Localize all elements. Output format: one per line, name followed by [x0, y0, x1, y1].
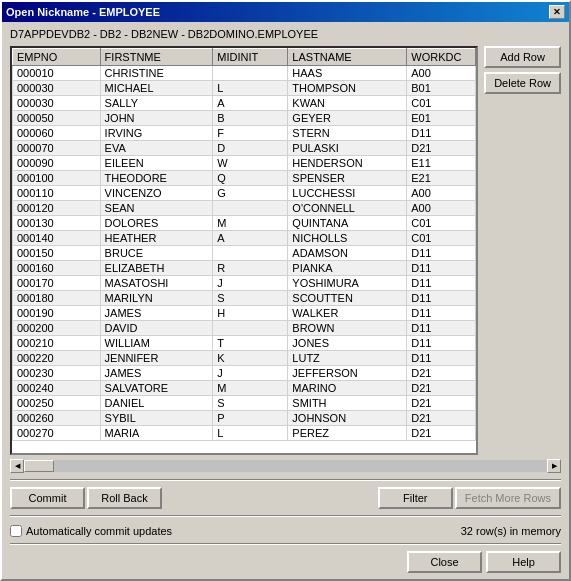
table-row[interactable]: 000170MASATOSHIJYOSHIMURAD11 [13, 276, 476, 291]
cell-lastname: THOMPSON [288, 81, 407, 96]
cell-firstnme: JAMES [100, 306, 213, 321]
cell-midinit: J [213, 366, 288, 381]
table-row[interactable]: 000190JAMESHWALKERD11 [13, 306, 476, 321]
scroll-left-arrow[interactable]: ◀ [10, 459, 24, 473]
cell-midinit: K [213, 351, 288, 366]
table-row[interactable]: 000250DANIELSSMITHD21 [13, 396, 476, 411]
filter-button[interactable]: Filter [378, 487, 453, 509]
table-row[interactable]: 000030SALLYAKWANC01 [13, 96, 476, 111]
table-row[interactable]: 000130DOLORESMQUINTANAC01 [13, 216, 476, 231]
table-row[interactable]: 000090EILEENWHENDERSONE11 [13, 156, 476, 171]
cell-midinit: G [213, 186, 288, 201]
table-row[interactable]: 000120SEANO'CONNELLA00 [13, 201, 476, 216]
col-header-midinit[interactable]: MIDINIT [213, 49, 288, 66]
add-row-button[interactable]: Add Row [484, 46, 561, 68]
cell-empno: 000150 [13, 246, 101, 261]
cell-workdc: C01 [407, 216, 476, 231]
table-row[interactable]: 000150BRUCEADAMSOND11 [13, 246, 476, 261]
cell-lastname: LUCCHESSI [288, 186, 407, 201]
cell-lastname: PULASKI [288, 141, 407, 156]
roll-back-button[interactable]: Roll Back [87, 487, 162, 509]
delete-row-button[interactable]: Delete Row [484, 72, 561, 94]
scroll-thumb[interactable] [24, 460, 54, 472]
cell-empno: 000160 [13, 261, 101, 276]
cell-empno: 000050 [13, 111, 101, 126]
auto-commit-checkbox[interactable] [10, 525, 22, 537]
table-container: EMPNO FIRSTNME MIDINIT LASTNAME WORKDC 0… [10, 46, 478, 455]
cell-workdc: D21 [407, 381, 476, 396]
cell-workdc: D21 [407, 141, 476, 156]
title-bar-controls: ✕ [549, 5, 565, 19]
col-header-empno[interactable]: EMPNO [13, 49, 101, 66]
bottom-action-row: Commit Roll Back Filter Fetch More Rows [10, 487, 561, 509]
scroll-track[interactable] [24, 460, 547, 472]
commit-button[interactable]: Commit [10, 487, 85, 509]
col-header-firstnme[interactable]: FIRSTNME [100, 49, 213, 66]
cell-firstnme: MASATOSHI [100, 276, 213, 291]
close-footer-button[interactable]: Close [407, 551, 482, 573]
table-row[interactable]: 000260SYBILPJOHNSOND21 [13, 411, 476, 426]
table-row[interactable]: 000070EVADPULASKID21 [13, 141, 476, 156]
cell-empno: 000070 [13, 141, 101, 156]
col-header-lastname[interactable]: LASTNAME [288, 49, 407, 66]
cell-empno: 000140 [13, 231, 101, 246]
cell-midinit: M [213, 381, 288, 396]
cell-workdc: B01 [407, 81, 476, 96]
scroll-right-arrow[interactable]: ▶ [547, 459, 561, 473]
table-row[interactable]: 000270MARIALPEREZD21 [13, 426, 476, 441]
table-row[interactable]: 000110VINCENZOGLUCCHESSIA00 [13, 186, 476, 201]
cell-empno: 000030 [13, 96, 101, 111]
horizontal-scrollbar[interactable]: ◀ ▶ [10, 459, 561, 473]
fetch-more-rows-button[interactable]: Fetch More Rows [455, 487, 561, 509]
cell-workdc: D11 [407, 351, 476, 366]
cell-lastname: QUINTANA [288, 216, 407, 231]
close-button[interactable]: ✕ [549, 5, 565, 19]
table-row[interactable]: 000010CHRISTINEHAASA00 [13, 66, 476, 81]
table-row[interactable]: 000160ELIZABETHRPIANKAD11 [13, 261, 476, 276]
divider [10, 479, 561, 481]
cell-midinit [213, 246, 288, 261]
table-row[interactable]: 000030MICHAELLTHOMPSONB01 [13, 81, 476, 96]
cell-firstnme: JAMES [100, 366, 213, 381]
table-scroll[interactable]: EMPNO FIRSTNME MIDINIT LASTNAME WORKDC 0… [12, 48, 476, 453]
cell-midinit: T [213, 336, 288, 351]
cell-firstnme: JOHN [100, 111, 213, 126]
cell-lastname: WALKER [288, 306, 407, 321]
cell-lastname: STERN [288, 126, 407, 141]
cell-midinit: A [213, 231, 288, 246]
cell-midinit: S [213, 291, 288, 306]
cell-lastname: NICHOLLS [288, 231, 407, 246]
table-row[interactable]: 000240SALVATOREMMARINOD21 [13, 381, 476, 396]
table-row[interactable]: 000100THEODOREQSPENSERE21 [13, 171, 476, 186]
cell-workdc: A00 [407, 186, 476, 201]
cell-firstnme: WILLIAM [100, 336, 213, 351]
cell-firstnme: JENNIFER [100, 351, 213, 366]
cell-empno: 000090 [13, 156, 101, 171]
table-row[interactable]: 000230JAMESJJEFFERSOND21 [13, 366, 476, 381]
cell-lastname: GEYER [288, 111, 407, 126]
table-row[interactable]: 000060IRVINGFSTERND11 [13, 126, 476, 141]
divider2 [10, 515, 561, 517]
window-content: D7APPDEVDB2 - DB2 - DB2NEW - DB2DOMINO.E… [2, 22, 569, 579]
cell-firstnme: DOLORES [100, 216, 213, 231]
cell-workdc: E11 [407, 156, 476, 171]
cell-midinit [213, 66, 288, 81]
help-button[interactable]: Help [486, 551, 561, 573]
table-row[interactable]: 000180MARILYNSSCOUTTEND11 [13, 291, 476, 306]
main-area: EMPNO FIRSTNME MIDINIT LASTNAME WORKDC 0… [10, 46, 561, 455]
cell-empno: 000250 [13, 396, 101, 411]
cell-lastname: MARINO [288, 381, 407, 396]
table-row[interactable]: 000210WILLIAMTJONESD11 [13, 336, 476, 351]
cell-firstnme: CHRISTINE [100, 66, 213, 81]
cell-lastname: O'CONNELL [288, 201, 407, 216]
cell-lastname: SCOUTTEN [288, 291, 407, 306]
table-row[interactable]: 000200DAVIDBROWND11 [13, 321, 476, 336]
col-header-workdc[interactable]: WORKDC [407, 49, 476, 66]
cell-firstnme: HEATHER [100, 231, 213, 246]
table-row[interactable]: 000220JENNIFERKLUTZD11 [13, 351, 476, 366]
table-row[interactable]: 000050JOHNBGEYERE01 [13, 111, 476, 126]
cell-lastname: PEREZ [288, 426, 407, 441]
table-row[interactable]: 000140HEATHERANICHOLLSC01 [13, 231, 476, 246]
cell-firstnme: THEODORE [100, 171, 213, 186]
cell-firstnme: SEAN [100, 201, 213, 216]
